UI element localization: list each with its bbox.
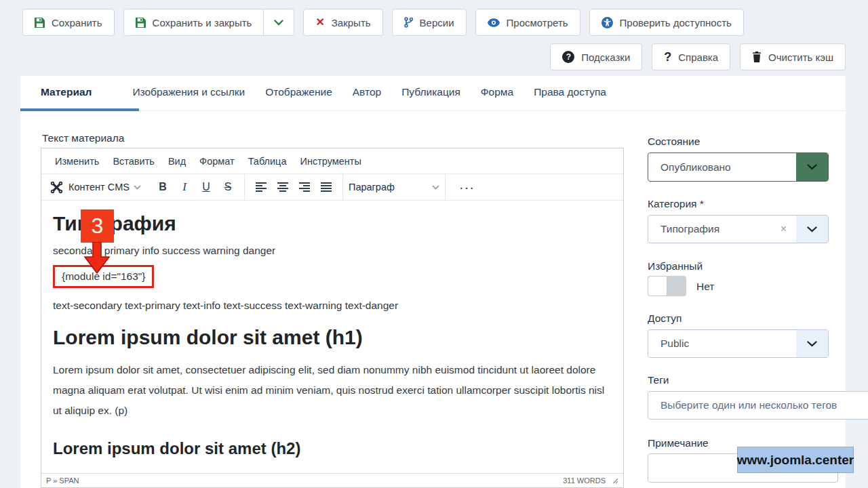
accessibility-check-button[interactable]: Проверить доступность [589,9,744,36]
tab-publishing[interactable]: Публикация [391,76,471,108]
question-mark-icon: ? [664,50,671,64]
access-value: Public [648,338,796,350]
accessibility-check-label: Проверить доступность [620,17,732,28]
toolbar-row-1: Сохранить Сохранить и закрыть ✕ Закрыть … [22,9,744,36]
strikethrough-button[interactable]: S [217,177,239,197]
save-icon [136,18,146,28]
content-text-classes-line: text-secondary text-primary text-info te… [53,300,612,311]
eye-icon [488,18,500,27]
paragraph-format-dropdown[interactable]: Параграф [343,174,445,200]
trash-icon [752,52,762,62]
content-heading-h1: Lorem ipsum dolor sit amet (h1) [53,326,612,349]
hints-button[interactable]: ? Подсказки [550,43,642,70]
italic-button[interactable]: I [174,177,195,197]
active-tab-underline [20,108,139,111]
save-label: Сохранить [52,17,102,28]
tab-form[interactable]: Форма [471,76,524,108]
category-label: Категория * [648,198,704,210]
state-label: Состояние [648,136,700,148]
article-text-label: Текст материала [42,132,124,144]
watermark-badge: www.joomla.center [737,447,854,473]
state-value: Опубликовано [648,161,796,174]
module-code-line: {module id="163"} [53,265,612,288]
paragraph-format-label: Параграф [349,182,395,192]
versions-button[interactable]: Версии [392,9,467,36]
editor-menubar: Изменить Вставить Вид Формат Таблица Инс… [41,148,623,174]
tab-material-label: Материал [41,86,92,98]
menu-edit[interactable]: Изменить [48,156,106,167]
clear-cache-label: Очистить кэш [768,52,833,63]
state-select[interactable]: Опубликовано [648,152,829,182]
menu-format[interactable]: Формат [193,156,241,167]
tab-display-label: Отображение [265,86,332,98]
access-label: Доступ [648,312,682,325]
tab-material[interactable]: Материал [31,76,102,108]
category-select[interactable]: Типография × [648,215,829,243]
close-label: Закрыть [332,17,371,28]
cms-content-label: Контент CMS [68,182,130,192]
save-button[interactable]: Сохранить [22,9,115,36]
chevron-down-icon [274,20,283,26]
save-and-close-label: Сохранить и закрыть [153,17,252,28]
help-button[interactable]: ? Справка [652,43,730,70]
code-branch-icon [404,17,413,28]
save-close-split-button: Сохранить и закрыть [123,9,295,36]
hints-label: Подсказки [581,52,630,63]
universal-access-icon [601,17,613,28]
joomla-logo-icon [50,180,64,195]
editor-content-area[interactable]: Типография secondary primary info succes… [41,201,623,473]
align-left-icon[interactable] [250,177,272,197]
close-button[interactable]: ✕ Закрыть [303,9,382,36]
featured-value: Нет [696,281,714,293]
preview-label: Просмотреть [507,17,568,28]
tab-images-links[interactable]: Изображения и ссылки [122,76,255,108]
menu-view[interactable]: Вид [161,156,193,167]
chevron-down-icon [796,330,828,357]
save-options-dropdown-button[interactable] [264,9,294,36]
resize-grip-icon[interactable] [612,477,618,484]
clear-cache-button[interactable]: Очистить кэш [740,43,846,70]
chevron-down-icon [134,185,141,190]
preview-button[interactable]: Просмотреть [475,9,580,36]
align-right-icon[interactable] [294,177,315,197]
tab-form-label: Форма [481,86,513,98]
annotation-step-badge: 3 [81,209,114,243]
annotation-arrow-down-icon [83,242,111,277]
align-center-icon[interactable] [272,177,294,197]
content-badges-line: secondary primary info success warning d… [53,245,612,256]
menu-table[interactable]: Таблица [241,156,294,167]
versions-label: Версии [420,17,454,28]
tab-author[interactable]: Автор [342,76,391,108]
content-heading-typography: Типография [53,212,612,235]
clear-selection-icon[interactable]: × [781,223,787,235]
note-label: Примечание [648,437,709,449]
chevron-down-icon [432,185,439,190]
menu-tools[interactable]: Инструменты [293,156,368,167]
element-path[interactable]: P » SPAN [46,476,79,485]
content-paragraph-2: Lorem ipsum dolor sit amet, consectetuer… [53,467,612,473]
toggle-knob [648,276,667,296]
question-circle-icon: ? [562,51,574,63]
featured-label: Избранный [648,260,703,272]
align-justify-icon[interactable] [315,177,337,197]
cms-content-group[interactable]: Контент CMS [41,174,146,200]
save-and-close-button[interactable]: Сохранить и закрыть [123,9,264,36]
tinymce-editor: Изменить Вставить Вид Формат Таблица Инс… [41,148,624,488]
underline-button[interactable]: U [195,177,217,197]
toolbar-row-2: ? Подсказки ? Справка Очистить кэш [550,43,846,70]
tab-display[interactable]: Отображение [255,76,342,108]
bold-button[interactable]: B [152,177,174,197]
help-label: Справка [678,52,718,63]
tags-input[interactable] [648,391,868,420]
content-paragraph-1: Lorem ipsum dolor sit amet, consectetuer… [53,360,612,421]
tab-images-links-label: Изображения и ссылки [132,86,245,98]
word-count[interactable]: 311 WORDS [563,476,606,485]
tab-permissions[interactable]: Права доступа [524,76,616,108]
tab-permissions-label: Права доступа [534,86,606,98]
tab-publishing-label: Публикация [401,86,460,98]
menu-insert[interactable]: Вставить [106,156,161,167]
access-select[interactable]: Public [648,329,829,358]
tab-author-label: Автор [353,86,381,98]
featured-toggle[interactable] [648,276,686,296]
editor-statusbar: P » SPAN 311 WORDS [41,473,623,487]
